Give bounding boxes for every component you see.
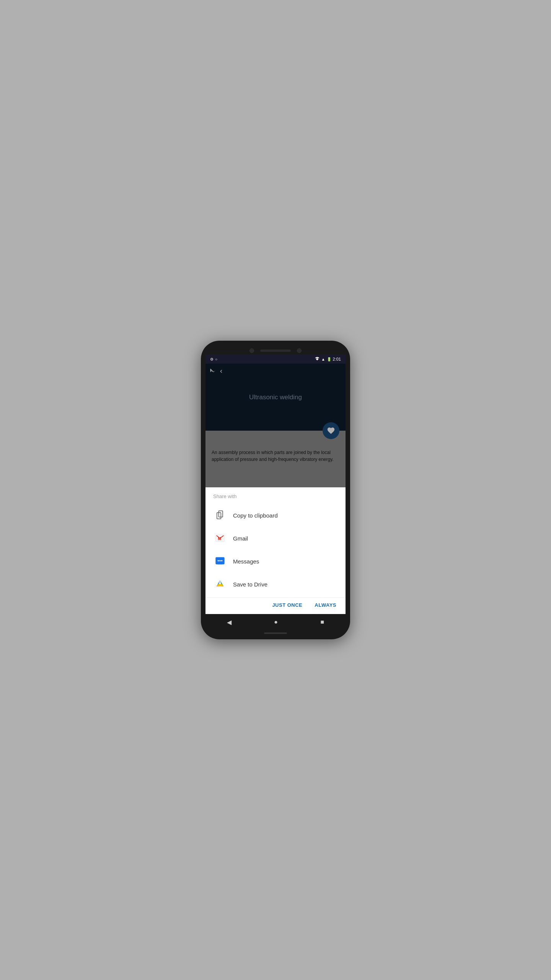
clipboard-label: Copy to clipboard <box>233 512 278 519</box>
status-right: ▲ 🔋 2:01 <box>315 357 341 361</box>
share-actions: JUST ONCE ALWAYS <box>205 597 346 611</box>
nav-recent-button[interactable]: ■ <box>315 616 331 628</box>
drive-label: Save to Drive <box>233 581 267 588</box>
share-title: Share with <box>205 493 346 504</box>
status-bar: ⚙ ○ ▲ 🔋 2:01 <box>205 354 346 364</box>
svg-point-6 <box>219 560 221 562</box>
clipboard-icon <box>213 508 227 522</box>
always-button[interactable]: ALWAYS <box>311 601 339 609</box>
speaker <box>260 350 291 352</box>
just-once-button[interactable]: JUST ONCE <box>269 601 305 609</box>
svg-point-5 <box>218 560 219 562</box>
share-sheet: Share with Copy to clipboard <box>205 487 346 614</box>
svg-marker-10 <box>217 584 224 586</box>
camera <box>249 348 254 353</box>
gmail-icon: M <box>213 531 227 545</box>
settings-icon: ⚙ <box>210 357 214 361</box>
phone-top-bar <box>205 345 346 354</box>
bottom-nav: ◀ ● ■ <box>205 614 346 630</box>
share-item-clipboard[interactable]: Copy to clipboard <box>205 504 346 527</box>
sensor <box>297 348 302 353</box>
battery-icon: 🔋 <box>327 357 331 361</box>
nav-back-button[interactable]: ◀ <box>221 616 238 628</box>
signal-icon: ▲ <box>321 357 325 361</box>
nav-home-button[interactable]: ● <box>268 616 284 628</box>
wifi-icon <box>315 357 320 361</box>
phone-bottom-bar <box>264 632 287 634</box>
phone-screen: ⚙ ○ ▲ 🔋 2:01 <box>205 354 346 630</box>
circle-icon: ○ <box>215 357 217 361</box>
svg-point-7 <box>221 560 223 562</box>
messages-label: Messages <box>233 558 259 565</box>
share-item-messages[interactable]: Messages <box>205 550 346 573</box>
phone-device: ⚙ ○ ▲ 🔋 2:01 <box>201 341 350 639</box>
gmail-label: Gmail <box>233 535 248 542</box>
share-item-drive[interactable]: Save to Drive <box>205 573 346 596</box>
messages-icon <box>213 554 227 568</box>
svg-text:M: M <box>218 536 221 541</box>
time-display: 2:01 <box>333 357 341 361</box>
app-content: Ultrasonic welding An assembly process i… <box>205 364 346 614</box>
share-item-gmail[interactable]: M Gmail <box>205 527 346 550</box>
drive-icon <box>213 577 227 591</box>
status-left: ⚙ ○ <box>210 357 217 361</box>
